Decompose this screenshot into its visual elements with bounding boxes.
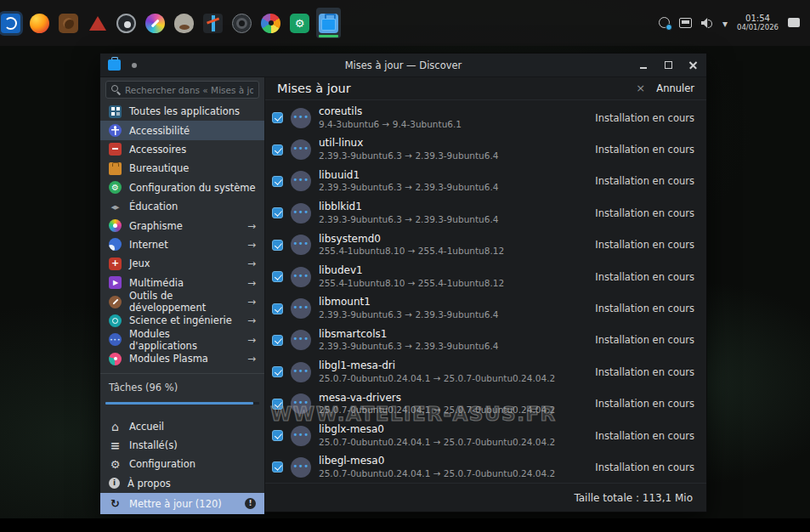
taskbar-app-packagebox[interactable] xyxy=(56,8,81,38)
search-field[interactable] xyxy=(105,81,259,99)
package-checkbox[interactable] xyxy=(272,399,283,410)
package-row[interactable]: libsystemd0 255.4-1ubuntu8.10 → 255.4-1u… xyxy=(265,229,706,261)
package-checkbox[interactable] xyxy=(272,176,283,187)
package-icon xyxy=(291,108,311,128)
taskbar-app-discover[interactable] xyxy=(316,8,341,38)
taskbar-apps xyxy=(0,8,341,38)
taskbar-app-obs[interactable] xyxy=(114,8,139,38)
taskbar-app-kdenlive[interactable] xyxy=(201,8,225,38)
sidebar-nav-item-about[interactable]: À propos xyxy=(100,474,264,493)
tasks-progress-bar xyxy=(105,402,259,405)
category-label: Accessibilité xyxy=(129,125,190,137)
taskbar-app-firefox[interactable] xyxy=(27,8,52,38)
chevron-right-icon xyxy=(247,314,256,326)
pin-indicator-icon[interactable] xyxy=(132,63,137,68)
package-checkbox[interactable] xyxy=(272,271,283,282)
package-checkbox[interactable] xyxy=(272,430,283,441)
sidebar-category-plasmamods[interactable]: Modules Plasma xyxy=(100,349,264,368)
taskbar-app-krita[interactable] xyxy=(143,8,167,38)
minimize-button[interactable] xyxy=(637,59,649,71)
sidebar-category-edu[interactable]: Éducation xyxy=(100,197,264,216)
sidebar-category-games[interactable]: Jeux xyxy=(100,254,264,273)
allapps-icon xyxy=(109,105,122,118)
package-version: 25.0.7-0ubuntu0.24.04.1 → 25.0.7-0ubuntu… xyxy=(319,373,555,385)
package-checkbox[interactable] xyxy=(272,112,283,123)
taskbar-app-redtri[interactable] xyxy=(85,8,110,38)
package-version: 25.0.7-0ubuntu0.24.04.1 → 25.0.7-0ubuntu… xyxy=(319,437,555,449)
category-label: Outils de développement xyxy=(129,290,240,314)
sidebar-category-internet[interactable]: Internet xyxy=(100,235,264,254)
sidebar-category-access[interactable]: Accessibilité xyxy=(100,121,264,139)
sidebar-item-update[interactable]: Mettre à jour (120) xyxy=(100,493,264,514)
package-row[interactable]: libsmartcols1 2.39.3-9ubuntu6.3 → 2.39.3… xyxy=(265,325,706,356)
category-label: Accessoires xyxy=(129,144,186,156)
package-checkbox[interactable] xyxy=(272,461,283,473)
active-indicator xyxy=(319,35,338,37)
category-label: Modules d'applications xyxy=(129,328,240,352)
package-checkbox[interactable] xyxy=(272,303,283,314)
taskbar-app-lens[interactable] xyxy=(229,8,254,38)
sidebar-category-toolbox[interactable]: Accessoires xyxy=(100,140,264,159)
clock-date: 04/01/2026 xyxy=(737,24,779,32)
package-status: Installation en cours xyxy=(595,430,694,442)
package-status: Installation en cours xyxy=(595,461,694,473)
package-row[interactable]: libgl1-mesa-dri 25.0.7-0ubuntu0.24.04.1 … xyxy=(265,356,706,388)
package-row[interactable]: mesa-va-drivers 25.0.7-0ubuntu0.24.04.1 … xyxy=(265,388,706,420)
package-checkbox[interactable] xyxy=(272,207,283,218)
package-checkbox[interactable] xyxy=(272,335,283,346)
chevron-right-icon xyxy=(247,239,256,251)
nav-label: Configuration xyxy=(129,458,195,470)
package-row[interactable]: libegl-mesa0 25.0.7-0ubuntu0.24.04.1 → 2… xyxy=(265,451,706,483)
bottom-strip xyxy=(0,518,810,532)
volume-icon[interactable] xyxy=(701,18,713,28)
package-name: coreutils xyxy=(319,105,462,119)
sidebar-category-allapps[interactable]: Toutes les applications xyxy=(100,102,264,121)
chevron-right-icon xyxy=(247,277,256,289)
package-name: libsmartcols1 xyxy=(319,328,498,342)
package-row[interactable]: libblkid1 2.39.3-9ubuntu6.3 → 2.39.3-9ub… xyxy=(265,197,706,229)
sidebar-nav-item-config[interactable]: Configuration xyxy=(100,455,264,473)
taskbar-app-launcher[interactable] xyxy=(0,8,23,38)
obs-icon xyxy=(116,14,136,33)
package-row[interactable]: libmount1 2.39.3-9ubuntu6.3 → 2.39.3-9ub… xyxy=(265,292,706,324)
clock[interactable]: 01:54 04/01/2026 xyxy=(737,14,779,31)
taskbar-app-greentools[interactable] xyxy=(287,8,312,38)
alert-badge-icon xyxy=(245,498,256,509)
sidebar-category-appmods[interactable]: Modules d'applications xyxy=(100,331,264,349)
cancel-button[interactable]: Annuler xyxy=(636,82,694,94)
category-label: Configuration du système xyxy=(129,182,256,194)
chevron-down-icon[interactable] xyxy=(722,14,728,31)
sidebar-category-graph[interactable]: Graphisme xyxy=(100,216,264,235)
sidebar-category-dev[interactable]: Outils de développement xyxy=(100,292,264,311)
show-desktop-icon[interactable] xyxy=(788,18,800,27)
package-version: 25.0.7-0ubuntu0.24.04.1 → 25.0.7-0ubuntu… xyxy=(319,405,555,416)
package-checkbox[interactable] xyxy=(272,240,283,251)
taskbar-app-pinwheel[interactable] xyxy=(258,8,283,38)
sidebar-category-brief[interactable]: Bureautique xyxy=(100,159,264,178)
package-checkbox[interactable] xyxy=(272,144,283,156)
package-row[interactable]: libglx-mesa0 25.0.7-0ubuntu0.24.04.1 → 2… xyxy=(265,420,706,451)
games-icon xyxy=(109,258,122,270)
clipboard-icon[interactable] xyxy=(679,18,692,28)
taskbar-app-gimp[interactable] xyxy=(172,8,196,38)
sidebar-nav-item-home[interactable]: Accueil xyxy=(100,416,264,435)
package-icon xyxy=(291,235,311,255)
package-row[interactable]: util-linux 2.39.3-9ubuntu6.3 → 2.39.3-9u… xyxy=(265,133,706,165)
close-button[interactable] xyxy=(687,59,699,71)
search-input[interactable] xyxy=(125,85,253,95)
updates-available-icon[interactable] xyxy=(659,17,670,28)
package-status: Installation en cours xyxy=(595,334,694,346)
package-checkbox[interactable] xyxy=(272,366,283,377)
package-icon xyxy=(291,426,311,446)
package-status: Installation en cours xyxy=(595,207,694,219)
package-row[interactable]: coreutils 9.4-3ubuntu6 → 9.4-3ubuntu6.1 … xyxy=(265,102,706,133)
package-row[interactable]: libudev1 255.4-1ubuntu8.10 → 255.4-1ubun… xyxy=(265,261,706,292)
package-name: libuuid1 xyxy=(319,169,498,183)
chevron-right-icon xyxy=(247,353,256,365)
package-row[interactable]: libuuid1 2.39.3-9ubuntu6.3 → 2.39.3-9ubu… xyxy=(265,166,706,197)
titlebar[interactable]: Mises à jour — Discover xyxy=(100,54,706,77)
sidebar-nav-item-installed[interactable]: Installé(s) xyxy=(100,436,264,455)
maximize-button[interactable] xyxy=(662,59,674,71)
sidebar-category-sysconf[interactable]: Configuration du système xyxy=(100,178,264,197)
package-version: 2.39.3-9ubuntu6.3 → 2.39.3-9ubuntu6.4 xyxy=(319,182,498,194)
